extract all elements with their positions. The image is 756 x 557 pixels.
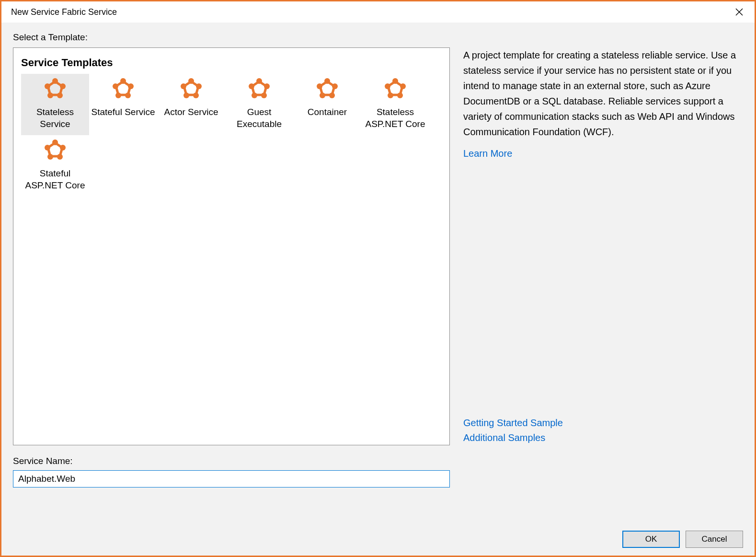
template-label: Stateless ASP.NET Core	[363, 106, 427, 130]
select-template-label: Select a Template:	[13, 32, 743, 43]
dialog-body: Select a Template: Service Templates Sta…	[1, 23, 755, 556]
svg-point-26	[317, 83, 322, 89]
svg-point-27	[392, 78, 398, 84]
svg-point-14	[193, 93, 199, 98]
svg-point-33	[60, 145, 66, 151]
template-item[interactable]: Stateful ASP.NET Core	[21, 135, 89, 197]
service-fabric-icon	[109, 78, 137, 103]
svg-point-21	[249, 83, 254, 89]
dialog-title: New Service Fabric Service	[11, 7, 117, 17]
svg-point-23	[332, 83, 338, 89]
dialog-window: New Service Fabric Service Select a Temp…	[0, 0, 756, 557]
svg-point-25	[320, 93, 325, 98]
additional-samples-link[interactable]: Additional Samples	[463, 432, 743, 443]
service-fabric-icon	[41, 78, 69, 103]
svg-point-29	[397, 93, 403, 98]
template-label: Stateful Service	[91, 106, 155, 118]
ok-button[interactable]: OK	[622, 531, 680, 548]
svg-point-4	[57, 93, 63, 98]
templates-heading: Service Templates	[21, 57, 445, 69]
spacer	[463, 159, 743, 418]
template-item[interactable]: Guest Executable	[225, 74, 293, 135]
template-item[interactable]: Actor Service	[157, 74, 225, 135]
service-fabric-icon	[41, 78, 69, 100]
templates-panel: Service Templates Stateless Service Stat…	[13, 47, 450, 445]
template-label: Container	[308, 106, 347, 118]
svg-point-30	[388, 93, 393, 98]
svg-point-11	[113, 83, 118, 89]
svg-point-18	[264, 83, 270, 89]
svg-point-36	[45, 145, 50, 151]
svg-point-2	[52, 78, 58, 84]
learn-more-link[interactable]: Learn More	[463, 148, 743, 159]
service-fabric-icon	[245, 78, 273, 100]
svg-point-6	[45, 83, 50, 89]
templates-grid: Stateless Service Stateful Service Actor…	[21, 74, 445, 197]
svg-point-24	[329, 93, 335, 98]
svg-point-5	[47, 93, 53, 98]
template-label: Guest Executable	[227, 106, 291, 130]
svg-point-13	[196, 83, 202, 89]
template-label: Stateless Service	[23, 106, 87, 130]
svg-point-19	[261, 93, 267, 98]
titlebar: New Service Fabric Service	[1, 1, 755, 23]
content-row: Service Templates Stateless Service Stat…	[13, 47, 743, 445]
getting-started-sample-link[interactable]: Getting Started Sample	[463, 418, 743, 429]
close-icon	[735, 8, 743, 16]
svg-point-9	[125, 93, 131, 98]
svg-point-28	[400, 83, 406, 89]
service-fabric-icon	[381, 78, 409, 103]
template-description: A project template for creating a statel…	[463, 47, 743, 139]
template-item[interactable]: Stateless ASP.NET Core	[361, 74, 429, 135]
service-fabric-icon	[41, 139, 69, 164]
service-fabric-icon	[245, 78, 273, 103]
sample-links: Getting Started Sample Additional Sample…	[463, 418, 743, 443]
service-fabric-icon	[177, 78, 205, 103]
button-row: OK Cancel	[13, 511, 743, 548]
service-fabric-icon	[109, 78, 137, 100]
svg-point-22	[324, 78, 330, 84]
service-fabric-icon	[177, 78, 205, 100]
svg-point-17	[256, 78, 262, 84]
svg-point-15	[183, 93, 189, 98]
svg-point-35	[47, 154, 53, 160]
svg-point-31	[385, 83, 390, 89]
svg-point-12	[188, 78, 194, 84]
cancel-button[interactable]: Cancel	[686, 531, 743, 548]
service-fabric-icon	[381, 78, 409, 100]
template-label: Stateful ASP.NET Core	[23, 167, 87, 192]
service-name-label: Service Name:	[13, 456, 743, 466]
svg-point-20	[252, 93, 257, 98]
svg-point-7	[120, 78, 126, 84]
svg-point-3	[60, 83, 66, 89]
close-button[interactable]	[730, 2, 749, 22]
svg-point-8	[128, 83, 134, 89]
service-fabric-icon	[313, 78, 341, 103]
template-item[interactable]: Stateful Service	[89, 74, 157, 135]
service-name-input[interactable]	[13, 470, 450, 487]
svg-point-34	[57, 154, 63, 160]
service-fabric-icon	[313, 78, 341, 100]
svg-point-32	[52, 139, 58, 145]
template-item[interactable]: Container	[293, 74, 361, 135]
template-item[interactable]: Stateless Service	[21, 74, 89, 135]
template-label: Actor Service	[164, 106, 218, 118]
service-fabric-icon	[41, 139, 69, 161]
svg-point-10	[115, 93, 121, 98]
description-panel: A project template for creating a statel…	[463, 47, 743, 445]
svg-point-16	[181, 83, 186, 89]
